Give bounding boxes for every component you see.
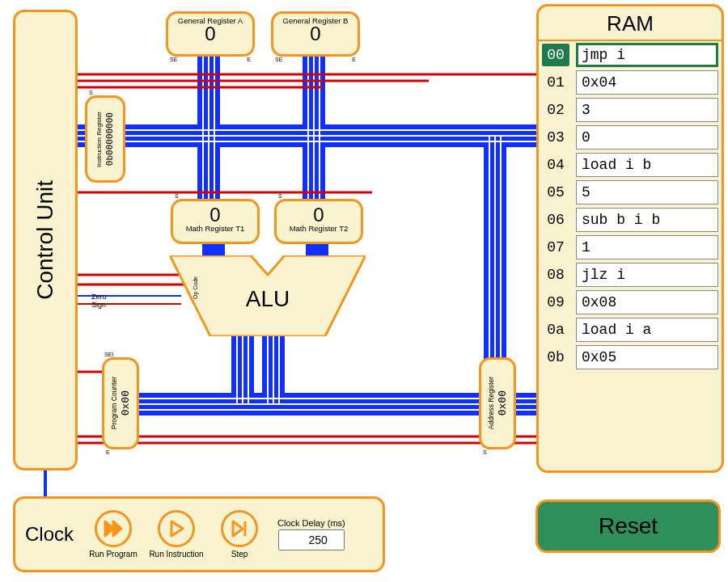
ram-row: 05 — [542, 180, 718, 205]
sign-flag-label: Sign — [91, 301, 107, 309]
instruction-register: Instruction Register 0b00000000 S — [85, 95, 125, 183]
address-register: Address Register 0x00 S — [479, 357, 516, 449]
register-label: Instruction Register — [95, 112, 103, 167]
ram-row: 01 — [542, 70, 718, 95]
register-label: Math Register T1 — [173, 224, 257, 233]
ram-cell-input[interactable] — [576, 290, 718, 314]
alu-label: ALU — [170, 286, 366, 312]
math-register-t2: S 0 Math Register T2 — [274, 199, 363, 244]
port-se: SE — [170, 57, 177, 62]
register-label: Math Register T2 — [277, 224, 361, 233]
ram-row: 07 — [542, 235, 718, 259]
run-program-button[interactable]: Run Program — [85, 510, 142, 559]
button-caption: Run Instruction — [149, 550, 203, 559]
ram-cell-input[interactable] — [576, 125, 718, 150]
ram-row: 06 — [542, 208, 718, 232]
ram-cell-input[interactable] — [576, 98, 718, 122]
button-caption: Step — [231, 550, 248, 559]
general-register-b: General Register B 0 SE E — [271, 11, 360, 57]
zero-flag-label: Zero — [91, 293, 107, 301]
general-register-a: General Register A 0 SE E — [166, 11, 255, 57]
reset-label: Reset — [599, 513, 658, 539]
ram-cell-input[interactable] — [576, 345, 718, 369]
port-s: S — [278, 193, 282, 199]
clock-delay-label: Clock Delay (ms) — [277, 518, 345, 528]
step-icon — [221, 510, 258, 547]
ram-rows: 000102030405060708090a0b — [539, 41, 722, 369]
ram-row: 09 — [542, 290, 718, 314]
port-s: S — [89, 90, 93, 95]
port-e: E — [106, 449, 110, 455]
ram-row: 0b — [542, 345, 718, 369]
ram-address: 02 — [542, 99, 569, 121]
clock-panel: Clock Run Program Run Instruction Step C… — [13, 496, 385, 572]
clock-delay-group: Clock Delay (ms) — [277, 518, 345, 550]
ram-address: 0a — [542, 318, 569, 341]
register-value: 0 — [168, 23, 252, 45]
register-value: 0x00 — [496, 390, 508, 415]
port-s: S — [175, 193, 179, 199]
control-unit-label: Control Unit — [32, 180, 58, 300]
ram-address: 0b — [542, 346, 569, 369]
ram-address: 08 — [542, 264, 569, 286]
ram-cell-input[interactable] — [576, 70, 718, 95]
clock-wire — [44, 470, 47, 498]
ram-cell-input[interactable] — [576, 235, 718, 259]
register-value: 0x00 — [119, 390, 131, 415]
control-unit: Control Unit — [13, 10, 78, 470]
ram-cell-input[interactable] — [576, 43, 718, 67]
port-s: S — [483, 449, 487, 455]
port-se: SE — [275, 57, 282, 62]
port-e: E — [352, 57, 356, 62]
fast-forward-icon — [95, 510, 132, 547]
ram-panel: RAM SE 000102030405060708090a0b — [536, 4, 724, 473]
ram-address: 06 — [542, 209, 569, 231]
ram-cell-input[interactable] — [576, 180, 718, 205]
ram-row: 0a — [542, 318, 718, 342]
ram-address: 01 — [542, 71, 569, 94]
ram-cell-input[interactable] — [576, 208, 718, 232]
register-value: 0 — [273, 23, 358, 45]
register-label: Program Counter — [110, 377, 118, 429]
ram-row: 02 — [542, 98, 718, 122]
ram-cell-input[interactable] — [576, 318, 718, 342]
math-register-t1: S 0 Math Register T1 — [171, 199, 260, 244]
step-button[interactable]: Step — [211, 510, 268, 559]
alu: Op Code ALU — [170, 255, 366, 336]
button-caption: Run Program — [89, 550, 137, 559]
register-value: 0 — [277, 201, 361, 226]
clock-delay-input[interactable] — [278, 529, 345, 550]
ram-row: 04 — [542, 153, 718, 177]
ram-address: 03 — [542, 126, 569, 149]
register-value: 0 — [173, 201, 257, 226]
ram-address: 04 — [542, 154, 569, 176]
ram-row: 00 — [542, 43, 718, 67]
zero-sign-labels: Zero Sign — [91, 293, 107, 309]
ram-address: 00 — [542, 44, 569, 66]
ram-address: 09 — [542, 291, 569, 314]
port-sei: SEI — [104, 352, 113, 357]
run-instruction-button[interactable]: Run Instruction — [148, 510, 205, 559]
ram-cell-input[interactable] — [576, 263, 718, 287]
ram-row: 08 — [542, 263, 718, 287]
register-value: 0b00000000 — [104, 112, 115, 166]
ram-address: 05 — [542, 181, 569, 204]
port-e: E — [247, 57, 251, 62]
ram-row: 03 — [542, 125, 718, 150]
ram-title: RAM — [539, 6, 722, 41]
program-counter: Program Counter 0x00 SEI E — [102, 357, 139, 449]
ram-cell-input[interactable] — [576, 153, 718, 177]
ram-address: 07 — [542, 236, 569, 259]
register-label: Address Register — [487, 377, 495, 429]
reset-button[interactable]: Reset — [535, 500, 721, 553]
play-icon — [158, 510, 195, 547]
clock-label: Clock — [25, 523, 74, 546]
